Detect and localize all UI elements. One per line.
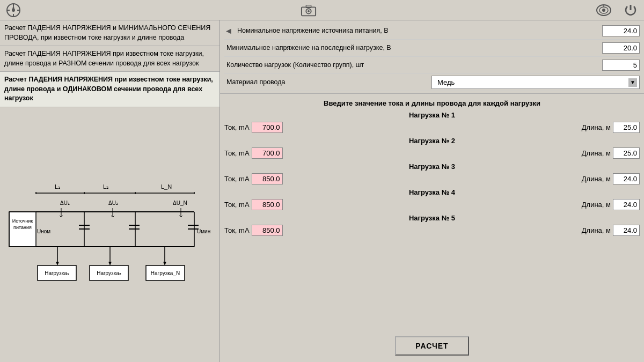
load-4-title: Нагрузка № 4 [224, 187, 640, 198]
load-5-current-label: Ток, mA [224, 226, 250, 234]
toolbar-right-icons [596, 2, 639, 18]
load-group-4: Нагрузка № 4 Ток, mA Длина, м [224, 187, 640, 211]
load-group-2: Нагрузка № 2 Ток, mA Длина, м [224, 135, 640, 160]
load-4-length-input[interactable] [613, 199, 640, 210]
param-row-min-voltage: Минимальное напряжение на последней нагр… [224, 40, 640, 57]
menu-item-voltage-known-different[interactable]: Расчет ПАДЕНИЯ НАПРЯЖЕНИЯ при известном … [0, 46, 219, 72]
svg-marker-6 [12, 5, 14, 10]
load-4-length-label: Длина, м [582, 201, 611, 209]
material-label: Материал провода [224, 76, 431, 88]
settings-icon[interactable] [5, 2, 21, 18]
svg-point-13 [602, 9, 605, 12]
svg-rect-9 [306, 5, 311, 8]
hdd-icon[interactable] [596, 2, 612, 18]
load-count-label: Количество нагрузок (Количество групп), … [224, 58, 602, 71]
load-1-current-label: Ток, mA [224, 123, 250, 131]
load-group-3: Нагрузка № 3 Ток, mA Длина, м [224, 161, 640, 186]
toolbar [0, 0, 644, 20]
svg-marker-48 [108, 262, 112, 265]
load-1-row: Ток, mA Длина, м [224, 121, 640, 134]
nominal-voltage-input[interactable] [602, 25, 640, 36]
load-3-current-label: Ток, mA [224, 175, 250, 183]
params-section: ◄ Номинальное напряжение источника питан… [220, 20, 644, 94]
load-3-length-input[interactable] [613, 173, 640, 184]
load-4-row: Ток, mA Длина, м [224, 198, 640, 211]
svg-marker-45 [56, 262, 59, 265]
load-4-current-input[interactable] [252, 199, 283, 210]
load-3-title: Нагрузка № 3 [224, 161, 640, 172]
load-group-1: Нагрузка № 1 Ток, mA Длина, м [224, 109, 640, 134]
load-1-length-input[interactable] [613, 122, 640, 133]
svg-point-10 [308, 10, 310, 12]
circuit-svg: L₁ L₂ L_N ΔU₁ ΔU₂ ΔU_N Источник [6, 182, 213, 287]
camera-icon[interactable] [301, 2, 317, 18]
nominal-voltage-label: Номинальное напряжение источника питания… [235, 24, 602, 37]
svg-text:питания: питания [13, 225, 32, 230]
load-group-5: Нагрузка № 5 Ток, mA Длина, м [224, 212, 640, 237]
load-2-row: Ток, mA Длина, м [224, 146, 640, 160]
menu-item-voltage-known-same[interactable]: Расчет ПАДЕНИЯ НАПРЯЖЕНИЯ при известном … [0, 72, 219, 107]
svg-text:L₁: L₁ [55, 183, 60, 190]
svg-text:Нагрузка_N: Нагрузка_N [151, 270, 180, 276]
load-3-row: Ток, mA Длина, м [224, 172, 640, 186]
load-3-current-input[interactable] [252, 173, 283, 184]
loads-section: Введите значение тока и длины провода дл… [220, 94, 644, 329]
svg-text:L₂: L₂ [103, 183, 108, 190]
svg-text:ΔU₂: ΔU₂ [108, 200, 118, 206]
svg-text:Нагрузка₂: Нагрузка₂ [97, 270, 121, 276]
dropdown-arrow-icon[interactable]: ▼ [628, 78, 637, 87]
svg-text:Uном: Uном [37, 228, 50, 234]
load-5-title: Нагрузка № 5 [224, 212, 640, 224]
svg-text:ΔU_N: ΔU_N [173, 200, 187, 206]
min-voltage-input[interactable] [602, 42, 640, 54]
back-arrow[interactable]: ◄ [224, 26, 233, 36]
svg-text:L_N: L_N [161, 183, 172, 190]
load-3-length-label: Длина, м [582, 175, 611, 183]
load-2-current-label: Ток, mA [224, 149, 250, 157]
load-4-current-label: Ток, mA [224, 201, 250, 209]
load-5-row: Ток, mA Длина, м [224, 224, 640, 237]
calc-section: РАСЧЕТ [220, 329, 644, 362]
toolbar-left-icons [5, 2, 21, 18]
left-sidebar: Расчет ПАДЕНИЯ НАПРЯЖЕНИЯ и МИНИМАЛЬНОГО… [0, 20, 220, 362]
load-1-current-input[interactable] [252, 122, 283, 133]
param-row-nominal-voltage: ◄ Номинальное напряжение источника питан… [224, 23, 640, 40]
svg-text:Нагрузка₁: Нагрузка₁ [45, 270, 69, 276]
param-row-load-count: Количество нагрузок (Количество групп), … [224, 57, 640, 74]
svg-text:Uмин: Uмин [197, 228, 210, 234]
loads-header: Введите значение тока и длины провода дл… [224, 96, 640, 109]
min-voltage-label: Минимальное напряжение на последней нагр… [224, 41, 602, 54]
load-5-length-label: Длина, м [582, 226, 611, 234]
load-5-current-input[interactable] [252, 225, 283, 236]
load-2-length-label: Длина, м [582, 149, 611, 157]
toolbar-center-icons [301, 2, 317, 18]
param-row-material: Материал провода Медь ▼ [224, 74, 640, 91]
svg-text:ΔU₁: ΔU₁ [60, 200, 70, 206]
load-2-current-input[interactable] [252, 147, 283, 159]
svg-marker-51 [163, 262, 166, 265]
material-dropdown[interactable]: Медь ▼ [431, 76, 640, 89]
right-content: ◄ Номинальное напряжение источника питан… [220, 20, 644, 362]
load-5-length-input[interactable] [613, 225, 640, 236]
load-2-title: Нагрузка № 2 [224, 135, 640, 146]
calculate-button[interactable]: РАСЧЕТ [395, 336, 469, 356]
main-layout: Расчет ПАДЕНИЯ НАПРЯЖЕНИЯ и МИНИМАЛЬНОГО… [0, 20, 644, 362]
svg-text:Источник: Источник [12, 218, 33, 224]
load-1-length-label: Длина, м [582, 123, 611, 131]
power-icon[interactable] [623, 2, 639, 18]
circuit-diagram: L₁ L₂ L_N ΔU₁ ΔU₂ ΔU_N Источник [0, 107, 219, 363]
load-count-input[interactable] [602, 60, 640, 71]
material-value: Медь [434, 77, 458, 87]
load-1-title: Нагрузка № 1 [224, 109, 640, 121]
load-2-length-input[interactable] [613, 147, 640, 159]
menu-item-voltage-min-section[interactable]: Расчет ПАДЕНИЯ НАПРЯЖЕНИЯ и МИНИМАЛЬНОГО… [0, 20, 219, 46]
